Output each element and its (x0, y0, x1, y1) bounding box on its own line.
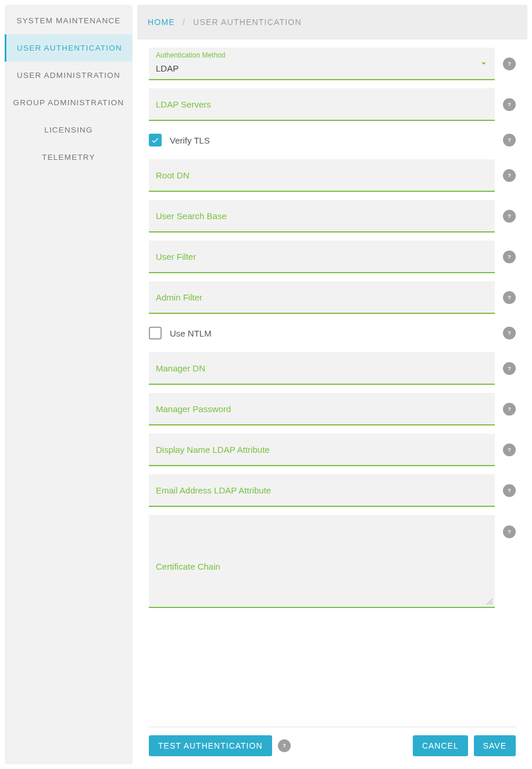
svg-text:?: ? (508, 529, 511, 535)
svg-text:?: ? (508, 137, 511, 143)
footer: TEST AUTHENTICATION ? CANCEL SAVE (149, 727, 516, 756)
help-icon[interactable]: ? (503, 443, 516, 456)
svg-text:?: ? (508, 330, 511, 336)
sidebar-item-user-administration[interactable]: USER ADMINISTRATION (5, 62, 133, 89)
sidebar-item-system-maintenance[interactable]: SYSTEM MAINTENANCE (5, 7, 133, 34)
svg-text:?: ? (508, 447, 511, 453)
help-icon[interactable]: ? (503, 251, 516, 263)
auth-method-label: Authentication Method (156, 51, 225, 59)
use-ntlm-label: Use NTLM (170, 328, 495, 338)
svg-text:?: ? (508, 254, 511, 260)
breadcrumb-home[interactable]: HOME (148, 17, 175, 27)
resize-handle-icon[interactable] (485, 598, 492, 605)
svg-text:?: ? (508, 102, 511, 108)
sidebar-item-user-authentication[interactable]: USER AUTHENTICATION (5, 34, 133, 62)
help-icon[interactable]: ? (278, 739, 291, 752)
help-icon[interactable]: ? (503, 291, 516, 304)
manager-dn-input[interactable]: Manager DN (149, 352, 495, 385)
svg-text:?: ? (508, 213, 511, 219)
sidebar-item-licensing[interactable]: LICENSING (5, 116, 133, 144)
cancel-button[interactable]: CANCEL (413, 735, 468, 756)
admin-filter-input[interactable]: Admin Filter (149, 281, 495, 314)
verify-tls-checkbox[interactable] (149, 134, 162, 146)
svg-text:?: ? (508, 295, 511, 301)
help-icon[interactable]: ? (503, 484, 516, 497)
certificate-chain-input[interactable]: Certificate Chain (149, 515, 495, 608)
help-icon[interactable]: ? (503, 327, 516, 339)
svg-text:?: ? (508, 61, 511, 67)
auth-method-select[interactable]: Authentication Method LDAP (149, 48, 495, 80)
user-search-base-input[interactable]: User Search Base (149, 200, 495, 233)
breadcrumb-separator: / (183, 17, 185, 27)
breadcrumb: HOME / USER AUTHENTICATION (137, 5, 527, 40)
help-icon[interactable]: ? (503, 525, 516, 538)
svg-text:?: ? (283, 743, 286, 749)
test-authentication-button[interactable]: TEST AUTHENTICATION (149, 735, 272, 756)
breadcrumb-current: USER AUTHENTICATION (193, 17, 302, 27)
form-area: Authentication Method LDAP ? LDAP Server… (137, 40, 527, 764)
sidebar-item-group-administration[interactable]: GROUP ADMINISTRATION (5, 89, 133, 116)
help-icon[interactable]: ? (503, 134, 516, 146)
help-icon[interactable]: ? (503, 403, 516, 416)
display-name-attr-input[interactable]: Display Name LDAP Attribute (149, 434, 495, 466)
ldap-servers-input[interactable]: LDAP Servers (149, 88, 495, 121)
user-filter-input[interactable]: User Filter (149, 241, 495, 273)
save-button[interactable]: SAVE (474, 735, 516, 756)
email-attr-input[interactable]: Email Address LDAP Attribute (149, 474, 495, 507)
manager-password-input[interactable]: Manager Password (149, 393, 495, 425)
help-icon[interactable]: ? (503, 210, 516, 223)
svg-text:?: ? (508, 173, 511, 178)
help-icon[interactable]: ? (503, 58, 516, 70)
svg-text:?: ? (508, 488, 511, 493)
sidebar: SYSTEM MAINTENANCE USER AUTHENTICATION U… (5, 5, 133, 764)
use-ntlm-checkbox[interactable] (149, 327, 162, 339)
chevron-down-icon (479, 58, 489, 69)
verify-tls-label: Verify TLS (170, 135, 495, 145)
help-icon[interactable]: ? (503, 362, 516, 375)
help-icon[interactable]: ? (503, 169, 516, 182)
svg-text:?: ? (508, 366, 511, 371)
main-panel: HOME / USER AUTHENTICATION Authenticatio… (137, 5, 527, 764)
help-icon[interactable]: ? (503, 98, 516, 111)
sidebar-item-telemetry[interactable]: TELEMETRY (5, 144, 133, 171)
root-dn-input[interactable]: Root DN (149, 159, 495, 192)
svg-text:?: ? (508, 406, 511, 412)
